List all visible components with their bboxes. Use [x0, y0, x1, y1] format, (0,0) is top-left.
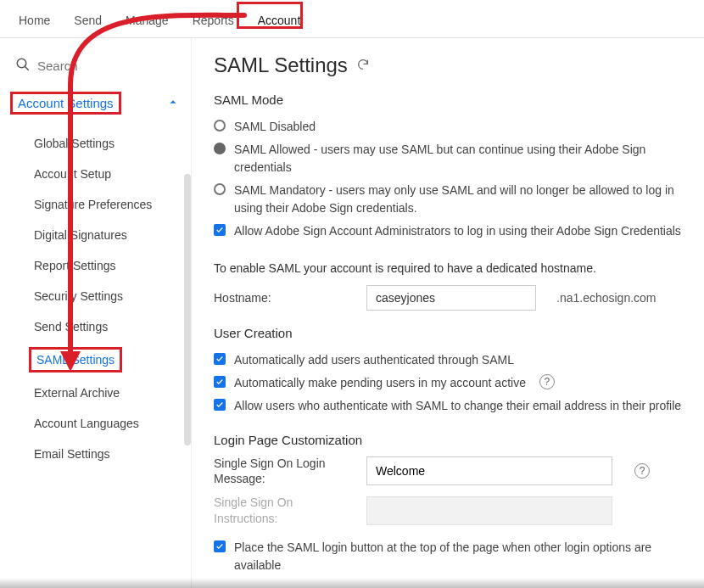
svg-line-1: [25, 66, 29, 70]
sso-instructions-input: [366, 496, 612, 525]
check-saml-button-top[interactable]: Place the SAML login button at the top o…: [214, 536, 687, 577]
sidebar-tree-header[interactable]: Account Settings: [12, 87, 182, 120]
sidebar: Account Settings Global Settings Account…: [0, 38, 191, 588]
search-icon: [15, 57, 31, 75]
radio-icon: [214, 183, 226, 195]
help-icon[interactable]: ?: [539, 374, 555, 389]
tab-account[interactable]: Account: [256, 10, 303, 31]
chevron-up-icon: [167, 96, 179, 110]
checkbox-checked-icon: [214, 376, 226, 388]
annotation-saml-highlight: SAML Settings: [29, 347, 122, 372]
check-label: Automatically add users authenticated th…: [234, 351, 514, 369]
tab-home[interactable]: Home: [17, 10, 52, 31]
checkbox-checked-icon: [214, 399, 226, 411]
top-tab-nav: Home Send Manage Reports Account: [0, 0, 704, 38]
checkbox-checked-icon: [214, 540, 226, 552]
check-label: Allow users who authenticate with SAML t…: [234, 397, 681, 415]
check-admin-login[interactable]: Allow Adobe Sign Account Administrators …: [214, 220, 687, 243]
sidebar-item-account-languages[interactable]: Account Languages: [34, 408, 182, 439]
check-label: Automatically make pending users in my a…: [234, 374, 526, 392]
tab-send[interactable]: Send: [72, 10, 103, 31]
sidebar-tree-list: Global Settings Account Setup Signature …: [12, 120, 182, 469]
sidebar-item-saml-settings[interactable]: SAML Settings: [34, 342, 182, 378]
radio-saml-allowed[interactable]: SAML Allowed - users may use SAML but ca…: [214, 138, 687, 179]
sso-message-input[interactable]: [366, 456, 612, 485]
radio-label: SAML Disabled: [234, 118, 316, 136]
radio-label: SAML Allowed - users may use SAML but ca…: [234, 141, 687, 176]
sidebar-item-account-setup[interactable]: Account Setup: [34, 159, 182, 189]
checkbox-checked-icon: [214, 224, 226, 236]
radio-icon-filled: [214, 143, 226, 154]
sso-instructions-label: Single Sign On Instructions:: [214, 495, 349, 525]
help-icon[interactable]: ?: [634, 463, 650, 479]
search-wrap: [12, 53, 182, 87]
refresh-icon[interactable]: [356, 58, 370, 74]
checkbox-checked-icon: [214, 353, 226, 365]
sidebar-item-signature-preferences[interactable]: Signature Preferences: [34, 189, 182, 220]
radio-label: SAML Mandatory - users may only use SAML…: [234, 182, 687, 217]
sidebar-item-security-settings[interactable]: Security Settings: [34, 281, 182, 311]
check-label: Place the SAML login button at the top o…: [234, 539, 687, 574]
sidebar-item-global-settings[interactable]: Global Settings: [34, 128, 182, 159]
page-title: SAML Settings: [214, 53, 348, 77]
section-login-page: Login Page Customization: [214, 433, 687, 447]
tab-manage[interactable]: Manage: [124, 10, 170, 31]
annotation-account-settings-highlight: Account Settings: [10, 92, 121, 115]
check-auto-add-users[interactable]: Automatically add users authenticated th…: [214, 349, 687, 372]
svg-point-0: [17, 59, 26, 68]
sidebar-item-report-settings[interactable]: Report Settings: [34, 250, 182, 281]
radio-icon: [214, 120, 226, 132]
sidebar-scrollbar[interactable]: [184, 174, 191, 445]
tree-header-label: Account Settings: [18, 96, 114, 110]
radio-saml-disabled[interactable]: SAML Disabled: [214, 115, 687, 138]
check-label: Allow Adobe Sign Account Administrators …: [234, 222, 681, 240]
hostname-suffix: .na1.echosign.com: [556, 291, 657, 305]
sidebar-item-digital-signatures[interactable]: Digital Signatures: [34, 220, 182, 250]
content-panel: SAML Settings SAML Mode SAML Disabled SA…: [191, 38, 704, 588]
sidebar-item-external-archive[interactable]: External Archive: [34, 378, 182, 408]
hostname-label: Hostname:: [214, 291, 349, 305]
sidebar-item-email-settings[interactable]: Email Settings: [34, 439, 182, 469]
check-allow-email-change[interactable]: Allow users who authenticate with SAML t…: [214, 395, 687, 417]
hostname-note: To enable SAML your account is required …: [214, 261, 687, 275]
search-input[interactable]: [37, 59, 179, 73]
radio-saml-mandatory[interactable]: SAML Mandatory - users may only use SAML…: [214, 179, 687, 220]
sidebar-item-send-settings[interactable]: Send Settings: [34, 311, 182, 342]
section-user-creation: User Creation: [214, 326, 687, 340]
hostname-input[interactable]: [366, 285, 536, 311]
sso-message-label: Single Sign On Login Message:: [214, 456, 349, 486]
tab-reports[interactable]: Reports: [191, 10, 236, 31]
check-auto-pending-active[interactable]: Automatically make pending users in my a…: [214, 372, 687, 395]
section-saml-mode: SAML Mode: [214, 92, 687, 107]
